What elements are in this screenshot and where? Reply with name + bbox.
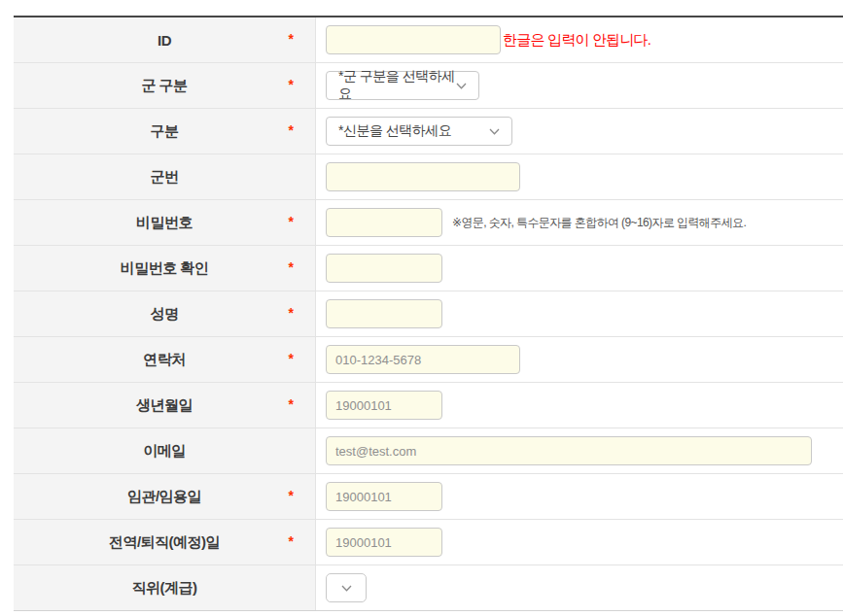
required-asterisk: *: [289, 488, 294, 503]
field-label: 직위(계급): [132, 579, 197, 598]
form-row-email: 이메일: [14, 428, 843, 474]
required-asterisk: *: [289, 533, 294, 549]
field-label: 군번: [151, 168, 179, 187]
position-rank-select[interactable]: [326, 573, 367, 602]
form-row-name: 성명 *: [14, 291, 843, 337]
form-row-status: 구분 * *신분을 선택하세요: [14, 109, 843, 154]
field-label: ID: [158, 32, 171, 49]
password-input[interactable]: [326, 208, 442, 237]
field-label-cell: 군번: [14, 154, 316, 199]
field-value-cell: *군 구분을 선택하세요: [316, 63, 843, 108]
field-label: 임관/임용일: [127, 488, 201, 506]
field-label: 군 구분: [141, 77, 187, 95]
field-label: 생년월일: [136, 396, 193, 415]
field-value-cell: [316, 520, 843, 565]
field-label-cell: 이메일: [14, 428, 316, 473]
select-value: *군 구분을 선택하세요: [338, 68, 456, 103]
military-branch-select[interactable]: *군 구분을 선택하세요: [326, 71, 479, 100]
field-label-cell: 생년월일 *: [14, 383, 316, 428]
field-label: 전역/퇴직(예정)일: [109, 533, 220, 552]
form-row-birthdate: 생년월일 *: [14, 383, 843, 428]
field-value-cell: [316, 337, 843, 382]
required-asterisk: *: [289, 122, 294, 138]
password-rule-note: ※영문, 숫자, 특수문자를 혼합하여 (9~16)자로 입력해주세요.: [452, 215, 746, 231]
password-confirm-input[interactable]: [326, 254, 442, 283]
form-row-discharge-date: 전역/퇴직(예정)일 *: [14, 520, 843, 565]
form-row-id: ID * 한글은 입력이 안됩니다.: [14, 17, 843, 63]
name-input[interactable]: [326, 299, 442, 328]
status-select[interactable]: *신분을 선택하세요: [326, 117, 512, 146]
select-value: *신분을 선택하세요: [338, 122, 451, 140]
service-number-input[interactable]: [326, 162, 520, 191]
field-label-cell: ID *: [14, 17, 316, 62]
field-label-cell: 직위(계급): [14, 565, 316, 610]
registration-form-table: ID * 한글은 입력이 안됩니다. 군 구분 * *군 구분을 선택하세요 구…: [14, 16, 843, 611]
field-label-cell: 구분 *: [14, 109, 316, 154]
field-value-cell: 한글은 입력이 안됩니다.: [316, 17, 843, 62]
phone-input[interactable]: [326, 345, 520, 374]
form-row-password: 비밀번호 * ※영문, 숫자, 특수문자를 혼합하여 (9~16)자로 입력해주…: [14, 200, 843, 246]
required-asterisk: *: [289, 351, 294, 366]
field-label: 비밀번호: [136, 214, 193, 232]
required-asterisk: *: [289, 31, 294, 47]
field-label: 연락처: [143, 351, 186, 369]
birthdate-input[interactable]: [326, 391, 442, 420]
form-row-password-confirm: 비밀번호 확인 *: [14, 246, 843, 291]
form-row-service-number: 군번: [14, 154, 843, 200]
form-row-position-rank: 직위(계급): [14, 565, 843, 611]
id-error-message: 한글은 입력이 안됩니다.: [503, 31, 650, 50]
chevron-down-icon: [456, 83, 467, 89]
required-asterisk: *: [289, 396, 294, 412]
discharge-date-input[interactable]: [326, 528, 442, 557]
field-value-cell: [316, 246, 843, 291]
chevron-down-icon: [341, 585, 352, 592]
id-input[interactable]: [326, 25, 501, 54]
field-value-cell: [316, 565, 843, 610]
required-asterisk: *: [289, 77, 294, 92]
field-value-cell: [316, 154, 843, 199]
field-value-cell: ※영문, 숫자, 특수문자를 혼합하여 (9~16)자로 입력해주세요.: [316, 200, 843, 245]
required-asterisk: *: [289, 214, 294, 229]
field-label-cell: 연락처 *: [14, 337, 316, 382]
field-label-cell: 임관/임용일 *: [14, 474, 316, 519]
field-value-cell: *신분을 선택하세요: [316, 109, 843, 154]
field-label-cell: 군 구분 *: [14, 63, 316, 108]
required-asterisk: *: [289, 259, 294, 275]
field-value-cell: [316, 474, 843, 519]
required-asterisk: *: [289, 305, 294, 321]
field-value-cell: [316, 428, 843, 473]
field-label: 비밀번호 확인: [121, 259, 209, 278]
field-label: 구분: [151, 122, 179, 141]
field-value-cell: [316, 383, 843, 428]
field-label-cell: 비밀번호 확인 *: [14, 246, 316, 291]
field-label-cell: 성명 *: [14, 291, 316, 336]
field-value-cell: [316, 291, 843, 336]
email-input[interactable]: [326, 436, 812, 465]
form-row-phone: 연락처 *: [14, 337, 843, 383]
field-label: 성명: [151, 305, 179, 324]
field-label-cell: 전역/퇴직(예정)일 *: [14, 520, 316, 565]
form-row-military-branch: 군 구분 * *군 구분을 선택하세요: [14, 63, 843, 109]
field-label-cell: 비밀번호 *: [14, 200, 316, 245]
chevron-down-icon: [489, 128, 500, 135]
form-row-appointment-date: 임관/임용일 *: [14, 474, 843, 520]
appointment-date-input[interactable]: [326, 482, 442, 511]
field-label: 이메일: [143, 442, 186, 461]
